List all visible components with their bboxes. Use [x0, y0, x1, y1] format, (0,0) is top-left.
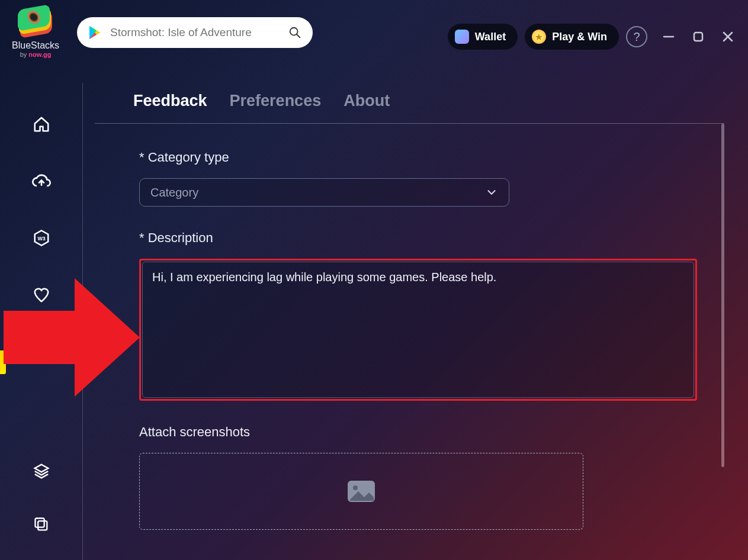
minimize-button[interactable]: [660, 28, 677, 45]
maximize-button[interactable]: [690, 28, 707, 45]
main-panel: Feedback Preferences About * Category ty…: [95, 92, 724, 560]
svg-rect-4: [694, 33, 702, 41]
svg-point-13: [353, 485, 358, 490]
description-label: * Description: [139, 230, 680, 246]
maximize-icon: [692, 30, 705, 43]
hexagon-w3-icon: W3: [33, 229, 50, 247]
description-highlight: [139, 259, 697, 401]
cloud-upload-icon: [32, 172, 51, 191]
description-textarea[interactable]: [142, 262, 694, 398]
sidebar-item-cloud[interactable]: [30, 169, 53, 193]
logo-byline: by now.gg: [20, 51, 52, 58]
svg-line-2: [297, 34, 300, 38]
image-upload-icon: [346, 479, 376, 503]
sidebar-item-home[interactable]: [30, 112, 53, 136]
scrollbar[interactable]: [721, 124, 724, 467]
search-icon: [288, 26, 301, 39]
tab-preferences[interactable]: Preferences: [230, 92, 322, 110]
search-input[interactable]: [110, 26, 288, 39]
home-icon: [33, 115, 50, 133]
sidebar-item-layers[interactable]: [30, 459, 53, 483]
tab-feedback[interactable]: Feedback: [133, 92, 207, 110]
close-icon: [721, 30, 734, 43]
star-icon: [532, 30, 546, 44]
annotation-arrow: [4, 278, 140, 397]
chevron-down-icon: [485, 186, 498, 199]
help-icon: ?: [633, 30, 640, 44]
window-controls-group: Wallet Play & Win ?: [448, 24, 736, 50]
layers-icon: [33, 462, 50, 480]
minimize-icon: [662, 30, 675, 43]
title-bar: BlueStacks by now.gg Wallet Play & Win ?: [0, 0, 748, 65]
feedback-form: * Category type Category * Description A…: [95, 124, 724, 551]
screenshot-upload-box[interactable]: [139, 453, 583, 530]
tab-bar: Feedback Preferences About: [95, 92, 724, 124]
sidebar-item-copy[interactable]: [30, 513, 53, 536]
sidebar-item-w3[interactable]: W3: [30, 226, 53, 250]
app-logo: BlueStacks by now.gg: [12, 7, 59, 58]
tab-about[interactable]: About: [343, 92, 390, 110]
logo-text: BlueStacks: [12, 40, 59, 51]
category-label: * Category type: [139, 150, 680, 165]
copy-icon: [33, 516, 50, 533]
svg-marker-9: [34, 465, 48, 472]
svg-rect-10: [38, 521, 47, 530]
attach-label: Attach screenshots: [139, 424, 680, 440]
svg-text:W3: W3: [37, 236, 45, 242]
search-button[interactable]: [288, 25, 302, 40]
bluestacks-logo-icon: [18, 7, 53, 36]
wallet-button[interactable]: Wallet: [448, 24, 518, 50]
wallet-icon: [455, 30, 469, 44]
google-play-icon: [88, 25, 103, 40]
help-button[interactable]: ?: [626, 26, 647, 47]
svg-rect-11: [35, 519, 44, 527]
play-win-button[interactable]: Play & Win: [525, 24, 619, 50]
svg-marker-0: [4, 278, 140, 397]
close-button[interactable]: [720, 28, 736, 45]
category-placeholder: Category: [150, 186, 198, 199]
play-win-label: Play & Win: [552, 31, 607, 43]
wallet-label: Wallet: [475, 31, 506, 43]
search-bar[interactable]: [77, 17, 313, 48]
category-dropdown[interactable]: Category: [139, 178, 509, 207]
